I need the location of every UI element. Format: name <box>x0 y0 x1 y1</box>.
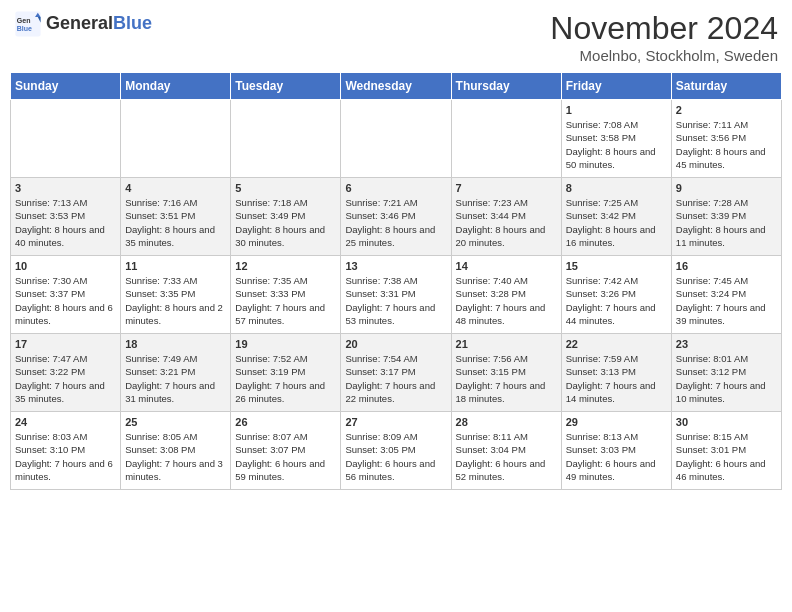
day-number: 7 <box>456 182 557 194</box>
day-info: Sunrise: 8:05 AMSunset: 3:08 PMDaylight:… <box>125 430 226 483</box>
svg-text:Gen: Gen <box>17 17 31 24</box>
day-header-thursday: Thursday <box>451 73 561 100</box>
day-info: Sunrise: 7:35 AMSunset: 3:33 PMDaylight:… <box>235 274 336 327</box>
day-number: 18 <box>125 338 226 350</box>
day-info: Sunrise: 7:52 AMSunset: 3:19 PMDaylight:… <box>235 352 336 405</box>
day-number: 16 <box>676 260 777 272</box>
day-info: Sunrise: 7:47 AMSunset: 3:22 PMDaylight:… <box>15 352 116 405</box>
calendar-cell: 24Sunrise: 8:03 AMSunset: 3:10 PMDayligh… <box>11 412 121 490</box>
day-info: Sunrise: 8:13 AMSunset: 3:03 PMDaylight:… <box>566 430 667 483</box>
calendar-cell: 30Sunrise: 8:15 AMSunset: 3:01 PMDayligh… <box>671 412 781 490</box>
calendar-cell: 20Sunrise: 7:54 AMSunset: 3:17 PMDayligh… <box>341 334 451 412</box>
day-info: Sunrise: 7:54 AMSunset: 3:17 PMDaylight:… <box>345 352 446 405</box>
day-info: Sunrise: 7:40 AMSunset: 3:28 PMDaylight:… <box>456 274 557 327</box>
day-header-sunday: Sunday <box>11 73 121 100</box>
calendar-cell: 12Sunrise: 7:35 AMSunset: 3:33 PMDayligh… <box>231 256 341 334</box>
calendar-cell: 23Sunrise: 8:01 AMSunset: 3:12 PMDayligh… <box>671 334 781 412</box>
day-header-friday: Friday <box>561 73 671 100</box>
day-info: Sunrise: 8:07 AMSunset: 3:07 PMDaylight:… <box>235 430 336 483</box>
day-info: Sunrise: 8:15 AMSunset: 3:01 PMDaylight:… <box>676 430 777 483</box>
calendar-cell: 22Sunrise: 7:59 AMSunset: 3:13 PMDayligh… <box>561 334 671 412</box>
day-info: Sunrise: 8:01 AMSunset: 3:12 PMDaylight:… <box>676 352 777 405</box>
day-number: 25 <box>125 416 226 428</box>
calendar-cell: 1Sunrise: 7:08 AMSunset: 3:58 PMDaylight… <box>561 100 671 178</box>
calendar-cell: 25Sunrise: 8:05 AMSunset: 3:08 PMDayligh… <box>121 412 231 490</box>
calendar-cell: 10Sunrise: 7:30 AMSunset: 3:37 PMDayligh… <box>11 256 121 334</box>
calendar-cell: 8Sunrise: 7:25 AMSunset: 3:42 PMDaylight… <box>561 178 671 256</box>
calendar-cell <box>11 100 121 178</box>
subtitle: Moelnbo, Stockholm, Sweden <box>550 47 778 64</box>
calendar-cell: 29Sunrise: 8:13 AMSunset: 3:03 PMDayligh… <box>561 412 671 490</box>
calendar-cell: 7Sunrise: 7:23 AMSunset: 3:44 PMDaylight… <box>451 178 561 256</box>
day-info: Sunrise: 7:21 AMSunset: 3:46 PMDaylight:… <box>345 196 446 249</box>
day-info: Sunrise: 8:03 AMSunset: 3:10 PMDaylight:… <box>15 430 116 483</box>
day-header-saturday: Saturday <box>671 73 781 100</box>
calendar-cell: 5Sunrise: 7:18 AMSunset: 3:49 PMDaylight… <box>231 178 341 256</box>
calendar-cell: 21Sunrise: 7:56 AMSunset: 3:15 PMDayligh… <box>451 334 561 412</box>
header-row: SundayMondayTuesdayWednesdayThursdayFrid… <box>11 73 782 100</box>
day-info: Sunrise: 7:59 AMSunset: 3:13 PMDaylight:… <box>566 352 667 405</box>
calendar-cell: 27Sunrise: 8:09 AMSunset: 3:05 PMDayligh… <box>341 412 451 490</box>
day-info: Sunrise: 8:11 AMSunset: 3:04 PMDaylight:… <box>456 430 557 483</box>
day-info: Sunrise: 7:38 AMSunset: 3:31 PMDaylight:… <box>345 274 446 327</box>
day-info: Sunrise: 7:08 AMSunset: 3:58 PMDaylight:… <box>566 118 667 171</box>
day-info: Sunrise: 7:23 AMSunset: 3:44 PMDaylight:… <box>456 196 557 249</box>
day-info: Sunrise: 7:13 AMSunset: 3:53 PMDaylight:… <box>15 196 116 249</box>
day-number: 8 <box>566 182 667 194</box>
week-row-3: 10Sunrise: 7:30 AMSunset: 3:37 PMDayligh… <box>11 256 782 334</box>
svg-text:Blue: Blue <box>17 25 32 32</box>
day-number: 20 <box>345 338 446 350</box>
day-info: Sunrise: 7:56 AMSunset: 3:15 PMDaylight:… <box>456 352 557 405</box>
logo-blue: Blue <box>113 14 152 34</box>
week-row-2: 3Sunrise: 7:13 AMSunset: 3:53 PMDaylight… <box>11 178 782 256</box>
calendar-cell: 11Sunrise: 7:33 AMSunset: 3:35 PMDayligh… <box>121 256 231 334</box>
day-number: 30 <box>676 416 777 428</box>
day-number: 9 <box>676 182 777 194</box>
day-info: Sunrise: 7:33 AMSunset: 3:35 PMDaylight:… <box>125 274 226 327</box>
calendar-cell: 14Sunrise: 7:40 AMSunset: 3:28 PMDayligh… <box>451 256 561 334</box>
week-row-5: 24Sunrise: 8:03 AMSunset: 3:10 PMDayligh… <box>11 412 782 490</box>
calendar-cell: 4Sunrise: 7:16 AMSunset: 3:51 PMDaylight… <box>121 178 231 256</box>
calendar-cell <box>451 100 561 178</box>
day-number: 23 <box>676 338 777 350</box>
day-number: 28 <box>456 416 557 428</box>
day-number: 2 <box>676 104 777 116</box>
main-title: November 2024 <box>550 10 778 47</box>
calendar-cell: 16Sunrise: 7:45 AMSunset: 3:24 PMDayligh… <box>671 256 781 334</box>
day-info: Sunrise: 7:28 AMSunset: 3:39 PMDaylight:… <box>676 196 777 249</box>
calendar-cell: 19Sunrise: 7:52 AMSunset: 3:19 PMDayligh… <box>231 334 341 412</box>
day-number: 21 <box>456 338 557 350</box>
logo-general: General <box>46 14 113 34</box>
calendar-cell: 17Sunrise: 7:47 AMSunset: 3:22 PMDayligh… <box>11 334 121 412</box>
week-row-4: 17Sunrise: 7:47 AMSunset: 3:22 PMDayligh… <box>11 334 782 412</box>
day-number: 14 <box>456 260 557 272</box>
day-number: 27 <box>345 416 446 428</box>
day-info: Sunrise: 7:42 AMSunset: 3:26 PMDaylight:… <box>566 274 667 327</box>
day-number: 17 <box>15 338 116 350</box>
day-number: 11 <box>125 260 226 272</box>
day-header-tuesday: Tuesday <box>231 73 341 100</box>
title-block: November 2024 Moelnbo, Stockholm, Sweden <box>550 10 778 64</box>
day-number: 1 <box>566 104 667 116</box>
logo-icon: Gen Blue <box>14 10 42 38</box>
day-number: 13 <box>345 260 446 272</box>
day-number: 3 <box>15 182 116 194</box>
day-number: 26 <box>235 416 336 428</box>
day-info: Sunrise: 7:11 AMSunset: 3:56 PMDaylight:… <box>676 118 777 171</box>
day-info: Sunrise: 7:18 AMSunset: 3:49 PMDaylight:… <box>235 196 336 249</box>
calendar-cell <box>121 100 231 178</box>
header: Gen Blue General Blue November 2024 Moel… <box>10 10 782 64</box>
day-number: 24 <box>15 416 116 428</box>
calendar-cell: 28Sunrise: 8:11 AMSunset: 3:04 PMDayligh… <box>451 412 561 490</box>
day-info: Sunrise: 7:49 AMSunset: 3:21 PMDaylight:… <box>125 352 226 405</box>
day-info: Sunrise: 7:25 AMSunset: 3:42 PMDaylight:… <box>566 196 667 249</box>
calendar-cell: 9Sunrise: 7:28 AMSunset: 3:39 PMDaylight… <box>671 178 781 256</box>
day-info: Sunrise: 7:30 AMSunset: 3:37 PMDaylight:… <box>15 274 116 327</box>
calendar-cell: 13Sunrise: 7:38 AMSunset: 3:31 PMDayligh… <box>341 256 451 334</box>
day-number: 19 <box>235 338 336 350</box>
calendar-cell: 26Sunrise: 8:07 AMSunset: 3:07 PMDayligh… <box>231 412 341 490</box>
day-header-wednesday: Wednesday <box>341 73 451 100</box>
calendar-table: SundayMondayTuesdayWednesdayThursdayFrid… <box>10 72 782 490</box>
calendar-cell <box>341 100 451 178</box>
day-number: 15 <box>566 260 667 272</box>
